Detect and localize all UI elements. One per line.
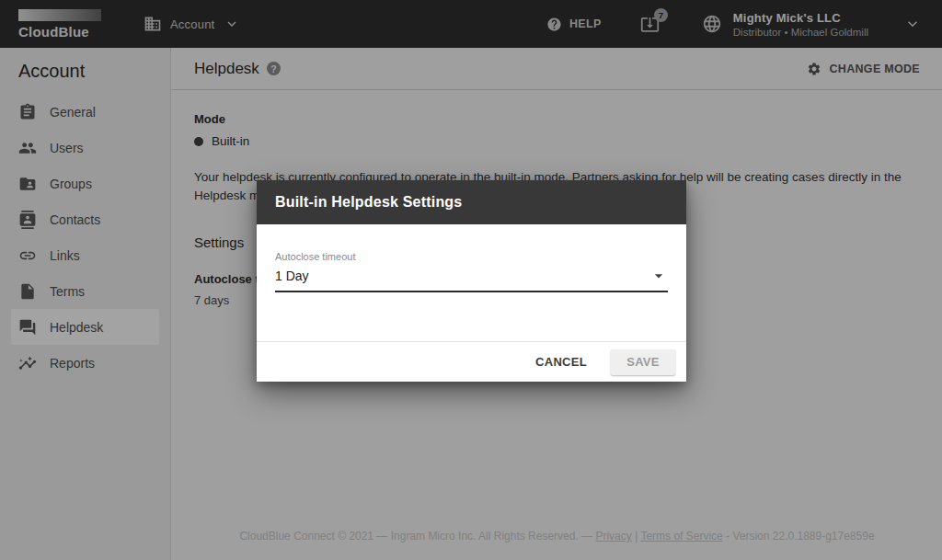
- dialog-title: Built-in Helpdesk Settings: [275, 194, 462, 211]
- autoclose-timeout-selected-value: 1 Day: [275, 269, 309, 283]
- cancel-button[interactable]: CANCEL: [526, 348, 596, 376]
- dropdown-arrow-icon: [649, 267, 668, 285]
- built-in-helpdesk-settings-dialog: Built-in Helpdesk Settings Autoclose tim…: [257, 180, 686, 382]
- save-button[interactable]: SAVE: [611, 349, 675, 375]
- dialog-header: Built-in Helpdesk Settings: [257, 180, 686, 224]
- autoclose-timeout-select-label: Autoclose timeout: [275, 251, 668, 262]
- autoclose-timeout-select[interactable]: 1 Day: [275, 267, 668, 292]
- dialog-body: Autoclose timeout 1 Day: [257, 224, 686, 341]
- dialog-footer: CANCEL SAVE: [257, 341, 686, 382]
